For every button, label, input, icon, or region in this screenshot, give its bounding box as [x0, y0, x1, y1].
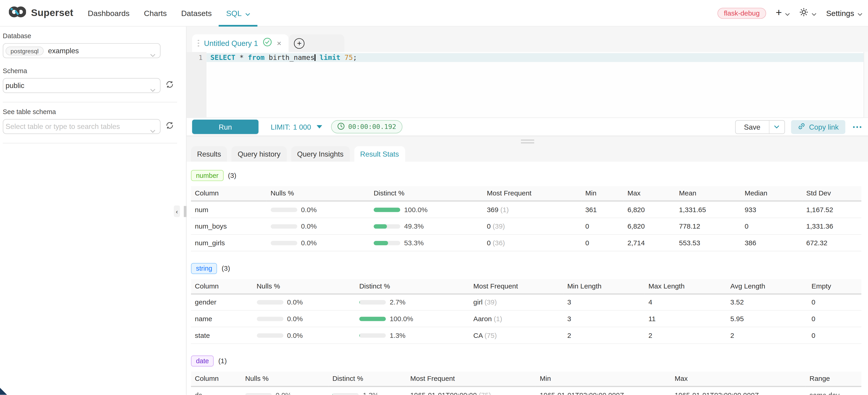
- type-count: (3): [222, 265, 230, 272]
- tab-results[interactable]: Results: [191, 146, 227, 162]
- most-frequent-cell: Aaron (1): [469, 310, 563, 327]
- table-row: ds0.0%1.3%1965-01-01T00:00:00 (75)1965-0…: [191, 387, 861, 395]
- run-button[interactable]: Run: [192, 120, 259, 134]
- pane-splitter: [186, 136, 868, 146]
- distinct-bar-fill: [332, 393, 333, 395]
- refresh-schemas-icon[interactable]: [165, 80, 174, 91]
- drag-handle-icon: [198, 40, 199, 47]
- stat-value-cell: 386: [741, 234, 802, 251]
- close-tab-icon[interactable]: ×: [277, 39, 281, 47]
- distinct-bar-track: [359, 333, 386, 338]
- save-options-caret[interactable]: [769, 120, 784, 133]
- type-count: (3): [228, 172, 236, 179]
- table-row: state0.0%1.3%CA (75)2220: [191, 327, 861, 343]
- most-frequent-value: 369: [487, 206, 498, 213]
- column-header: Mean: [675, 186, 741, 201]
- stat-value-cell: 1965-01-01T03:00:00.000Z: [671, 387, 806, 395]
- nulls-bar-track: [271, 241, 297, 245]
- superset-app: Superset Dashboards Charts Datasets SQL …: [0, 0, 868, 395]
- nulls-cell: 0.0%: [267, 201, 370, 218]
- sql-editor[interactable]: 1 SELECT * from birth_names limit 75;: [186, 52, 868, 118]
- stat-value-cell: 4: [645, 294, 726, 310]
- stat-value-cell: 0: [581, 234, 624, 251]
- theme-toggle[interactable]: [800, 7, 817, 19]
- column-header: Nulls %: [241, 371, 329, 386]
- stat-value-cell: 2: [645, 327, 726, 343]
- nav-item-sql[interactable]: SQL: [219, 0, 257, 26]
- nulls-bar-label: 0.0%: [287, 299, 303, 306]
- nav-item-dashboards[interactable]: Dashboards: [81, 0, 137, 26]
- limit-dropdown[interactable]: LIMIT: 1 000: [271, 123, 322, 131]
- distinct-bar: 100.0%: [359, 315, 465, 323]
- more-actions-icon[interactable]: [853, 126, 861, 127]
- sql-token: birth_names: [269, 53, 315, 61]
- column-header: Nulls %: [253, 279, 355, 294]
- elapsed-timer: 00:00:00.192: [331, 120, 402, 133]
- distinct-bar-track: [332, 393, 359, 395]
- stat-value-cell: 0: [581, 218, 624, 234]
- type-badge-string: string: [191, 263, 217, 274]
- most-frequent-value: Aaron: [473, 315, 492, 323]
- column-header: Min: [536, 371, 671, 386]
- nav-item-charts[interactable]: Charts: [137, 0, 174, 26]
- most-frequent-count: (1): [492, 315, 502, 323]
- most-frequent-count: (36): [491, 239, 505, 247]
- stat-value-cell: same day: [806, 387, 861, 395]
- most-frequent-cell: 369 (1): [483, 201, 581, 218]
- nulls-cell: 0.0%: [253, 327, 355, 343]
- new-item-menu[interactable]: +: [776, 8, 790, 18]
- nulls-bar-track: [245, 393, 272, 395]
- column-header: Range: [806, 371, 861, 386]
- editor-code-area[interactable]: SELECT * from birth_names limit 75;: [206, 52, 868, 118]
- stat-value-cell: 6,820: [624, 201, 675, 218]
- column-name-cell: num_boys: [191, 218, 267, 234]
- nav-item-datasets[interactable]: Datasets: [174, 0, 219, 26]
- database-engine-tag: postgresql: [5, 46, 44, 55]
- distinct-bar: 1.3%: [359, 332, 465, 339]
- nulls-bar-label: 0.0%: [276, 391, 291, 395]
- table-header-row: ColumnNulls %Distinct %Most FrequentMinM…: [191, 186, 861, 201]
- nulls-bar-label: 0.0%: [287, 332, 303, 339]
- sql-token: [265, 53, 269, 61]
- sidebar-scrollbar-thumb[interactable]: [184, 206, 186, 217]
- stat-value-cell: 11: [645, 310, 726, 327]
- distinct-bar-label: 100.0%: [404, 206, 428, 213]
- distinct-bar-track: [374, 241, 400, 245]
- sql-token: 75: [345, 53, 353, 61]
- tab-query-insights[interactable]: Query Insights: [291, 146, 349, 162]
- collapse-sidebar-button[interactable]: ‹: [174, 206, 180, 217]
- splitter-drag-handle[interactable]: [521, 140, 534, 145]
- nulls-bar-track: [257, 300, 283, 304]
- query-tab[interactable]: Untitled Query 1 ×: [192, 34, 289, 52]
- tab-query-history[interactable]: Query history: [231, 146, 287, 162]
- editor-scrollbar[interactable]: [864, 52, 868, 118]
- table-select[interactable]: Select table or type to search tables: [3, 119, 160, 134]
- stat-value-cell: 5.95: [726, 310, 808, 327]
- most-frequent-count: (39): [491, 222, 505, 230]
- copy-link-label: Copy link: [809, 123, 839, 131]
- nulls-bar-track: [257, 333, 283, 338]
- schema-label: Schema: [3, 67, 183, 75]
- tab-result-stats[interactable]: Result Stats: [354, 146, 405, 162]
- chevron-down-icon: [150, 49, 155, 59]
- column-header: Most Frequent: [483, 186, 581, 201]
- distinct-bar: 1.3%: [332, 391, 402, 395]
- brand-name: Superset: [31, 7, 73, 19]
- new-query-tab-button[interactable]: +: [294, 38, 305, 49]
- refresh-tables-icon[interactable]: [165, 121, 174, 132]
- database-select[interactable]: postgresql examples: [3, 43, 160, 58]
- superset-logo[interactable]: Superset: [9, 6, 73, 20]
- column-header: Column: [191, 186, 267, 201]
- distinct-bar-track: [359, 316, 386, 321]
- editor-toolbar: Run LIMIT: 1 000 00:00:00.192 Save: [186, 118, 868, 136]
- stat-value-cell: 553.53: [675, 234, 741, 251]
- settings-menu[interactable]: Settings: [826, 8, 863, 18]
- sql-token: limit: [319, 53, 340, 61]
- infinity-logo-icon: [9, 6, 26, 20]
- schema-select[interactable]: public: [3, 78, 160, 93]
- nulls-bar: 0.0%: [271, 239, 366, 247]
- distinct-bar-label: 1.3%: [390, 332, 405, 339]
- copy-link-button[interactable]: Copy link: [791, 120, 845, 134]
- save-button[interactable]: Save: [736, 120, 769, 133]
- nulls-bar-track: [271, 224, 297, 229]
